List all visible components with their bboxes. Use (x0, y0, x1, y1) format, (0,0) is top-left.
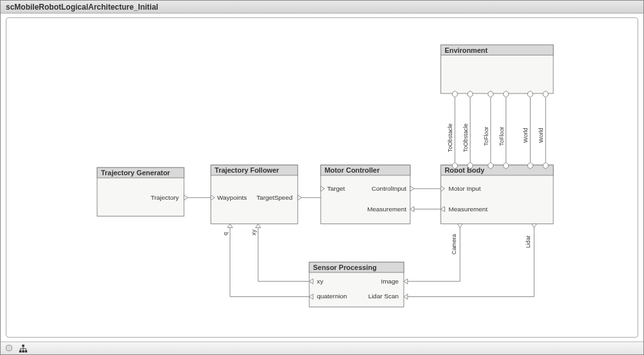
robot-measurement: Measurement (448, 206, 488, 213)
svg-text:ToFloor: ToFloor (483, 127, 489, 146)
follower-xy-label: xy (251, 229, 257, 235)
svg-marker-16 (452, 91, 457, 97)
motor-controller-title: Motor Controller (325, 166, 380, 174)
robot-motor-input: Motor Input (448, 185, 480, 192)
block-trajectory-follower[interactable]: Trajectory Follower Waypoints TargetSpee… (211, 165, 301, 227)
diagram-canvas[interactable]: Environment Robot Body Motor Input Measu… (6, 17, 638, 338)
svg-text:World: World (538, 128, 544, 142)
port-in-icon (227, 224, 232, 227)
window-title: scMobileRobotLogicalArchitecture_Initial (1, 1, 643, 14)
sensor-image: Image (381, 278, 399, 285)
svg-text:ToObstacle: ToObstacle (462, 124, 469, 153)
follower-q-label: q (222, 232, 229, 235)
svg-text:World: World (522, 128, 529, 142)
port-in-icon (404, 279, 408, 284)
motor-control-input: ControlInput (372, 185, 406, 192)
robot-camera-label: Camera (451, 234, 457, 254)
svg-rect-42 (19, 350, 22, 352)
motor-measurement: Measurement (367, 206, 406, 213)
block-trajectory-generator[interactable]: Trajectory Generator Trajectory (97, 168, 188, 216)
robot-lidar-label: Lidar (525, 235, 531, 248)
sensor-xy: xy (317, 278, 323, 285)
sensor-processing-title: Sensor Processing (313, 264, 377, 271)
generator-trajectory: Trajectory (151, 194, 179, 201)
port-out-icon (410, 186, 414, 191)
svg-marker-33 (527, 162, 533, 169)
env-ports: ToObstacle ToObstacle ToFloor (447, 91, 548, 169)
motor-target: Target (327, 185, 345, 192)
svg-text:ToFloor: ToFloor (498, 127, 505, 146)
trajectory-generator-title: Trajectory Generator (101, 169, 171, 177)
svg-marker-17 (452, 162, 457, 169)
port-in-icon (410, 207, 414, 212)
robot-body-title: Robot Body (444, 166, 484, 174)
svg-text:ToObstacle: ToObstacle (447, 124, 453, 153)
block-motor-controller[interactable]: Motor Controller Target ControlInput Mea… (321, 165, 414, 224)
svg-marker-37 (543, 162, 548, 169)
port-in-icon (256, 224, 261, 227)
database-icon[interactable] (5, 344, 14, 353)
status-bar (1, 341, 643, 354)
diagram-window: scMobileRobotLogicalArchitecture_Initial… (0, 0, 644, 355)
trajectory-follower-title: Trajectory Follower (214, 166, 279, 174)
block-sensor-processing[interactable]: Sensor Processing xy quaternion Image Li… (309, 262, 408, 307)
svg-rect-44 (25, 350, 28, 352)
environment-title: Environment (444, 46, 488, 54)
svg-marker-36 (543, 91, 548, 97)
svg-marker-24 (488, 91, 493, 97)
sensor-lidarscan: Lidar Scan (368, 293, 399, 300)
port-out-icon (457, 224, 462, 227)
port-in-icon (404, 294, 408, 300)
svg-marker-32 (527, 91, 533, 97)
port-out-icon (298, 195, 301, 200)
svg-marker-29 (504, 162, 509, 169)
port-out-icon (531, 224, 536, 227)
port-out-icon (184, 195, 188, 200)
follower-waypoints: Waypoints (217, 194, 247, 201)
svg-marker-21 (468, 162, 473, 169)
block-environment[interactable]: Environment (441, 45, 554, 93)
svg-marker-25 (488, 162, 493, 169)
block-robot-body[interactable]: Robot Body Motor Input Measurement (441, 165, 554, 227)
svg-marker-28 (504, 91, 509, 97)
svg-marker-20 (468, 91, 473, 97)
svg-rect-41 (22, 344, 24, 347)
hierarchy-icon[interactable] (19, 344, 28, 353)
sensor-quaternion: quaternion (317, 293, 347, 300)
svg-rect-43 (22, 350, 24, 352)
follower-targetspeed: TargetSpeed (256, 194, 292, 201)
